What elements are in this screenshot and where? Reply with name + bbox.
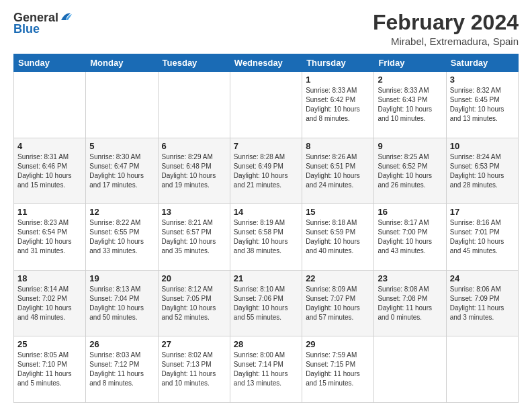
day-info: Sunrise: 8:18 AM Sunset: 6:59 PM Dayligh… [306,218,370,256]
day-cell-w4-d4: 21Sunrise: 8:10 AM Sunset: 7:06 PM Dayli… [230,270,302,336]
day-info: Sunrise: 7:59 AM Sunset: 7:15 PM Dayligh… [306,351,370,388]
calendar-body: 1Sunrise: 8:33 AM Sunset: 6:42 PM Daylig… [14,72,519,403]
week-row-2: 4Sunrise: 8:31 AM Sunset: 6:46 PM Daylig… [14,138,519,204]
day-number: 20 [162,273,226,283]
day-number: 25 [17,339,82,349]
week-row-3: 11Sunrise: 8:23 AM Sunset: 6:54 PM Dayli… [14,204,519,271]
day-cell-w1-d6: 2Sunrise: 8:33 AM Sunset: 6:43 PM Daylig… [374,72,446,138]
logo-blue-text: Blue [13,23,40,36]
day-number: 9 [378,141,442,151]
col-monday: Monday [86,54,158,72]
day-cell-w2-d1: 4Sunrise: 8:31 AM Sunset: 6:46 PM Daylig… [14,138,86,204]
day-cell-w5-d4: 28Sunrise: 8:00 AM Sunset: 7:14 PM Dayli… [230,336,302,403]
day-info: Sunrise: 8:03 AM Sunset: 7:12 PM Dayligh… [89,351,154,388]
day-number: 2 [378,75,442,85]
day-number: 1 [306,75,370,85]
day-info: Sunrise: 8:19 AM Sunset: 6:58 PM Dayligh… [234,218,298,256]
day-cell-w2-d3: 6Sunrise: 8:29 AM Sunset: 6:48 PM Daylig… [158,138,230,204]
day-info: Sunrise: 8:10 AM Sunset: 7:06 PM Dayligh… [234,285,298,322]
day-cell-w1-d7: 3Sunrise: 8:32 AM Sunset: 6:45 PM Daylig… [446,72,518,138]
month-year-title: February 2024 [373,11,519,34]
day-number: 22 [306,273,370,283]
day-number: 21 [234,273,298,283]
header-right: February 2024 Mirabel, Extremadura, Spai… [373,11,519,47]
header: General Blue February 2024 Mirabel, Extr… [13,11,519,47]
day-cell-w5-d6 [374,336,446,403]
day-number: 4 [17,141,82,151]
day-cell-w4-d3: 20Sunrise: 8:12 AM Sunset: 7:05 PM Dayli… [158,270,230,336]
day-cell-w3-d4: 14Sunrise: 8:19 AM Sunset: 6:58 PM Dayli… [230,204,302,271]
day-info: Sunrise: 8:12 AM Sunset: 7:05 PM Dayligh… [162,285,226,322]
location-subtitle: Mirabel, Extremadura, Spain [373,36,519,47]
day-info: Sunrise: 8:21 AM Sunset: 6:57 PM Dayligh… [162,218,226,256]
day-info: Sunrise: 8:08 AM Sunset: 7:08 PM Dayligh… [378,285,442,322]
day-cell-w4-d7: 24Sunrise: 8:06 AM Sunset: 7:09 PM Dayli… [446,270,518,336]
day-cell-w3-d3: 13Sunrise: 8:21 AM Sunset: 6:57 PM Dayli… [158,204,230,271]
day-cell-w2-d5: 8Sunrise: 8:26 AM Sunset: 6:51 PM Daylig… [302,138,374,204]
day-number: 16 [378,207,442,217]
day-info: Sunrise: 8:32 AM Sunset: 6:45 PM Dayligh… [450,86,515,124]
day-number: 17 [450,207,515,217]
day-info: Sunrise: 8:29 AM Sunset: 6:48 PM Dayligh… [162,152,226,190]
week-row-4: 18Sunrise: 8:14 AM Sunset: 7:02 PM Dayli… [14,270,519,336]
day-info: Sunrise: 8:17 AM Sunset: 7:00 PM Dayligh… [378,218,442,256]
day-number: 11 [17,207,82,217]
day-info: Sunrise: 8:33 AM Sunset: 6:43 PM Dayligh… [378,86,442,124]
day-cell-w1-d1 [14,72,86,138]
day-info: Sunrise: 8:22 AM Sunset: 6:55 PM Dayligh… [89,218,154,256]
day-info: Sunrise: 8:31 AM Sunset: 6:46 PM Dayligh… [17,152,82,190]
day-number: 18 [17,273,82,283]
day-number: 8 [306,141,370,151]
col-saturday: Saturday [446,54,518,72]
day-cell-w5-d5: 29Sunrise: 7:59 AM Sunset: 7:15 PM Dayli… [302,336,374,403]
day-number: 24 [450,273,515,283]
day-number: 12 [89,207,154,217]
week-row-5: 25Sunrise: 8:05 AM Sunset: 7:10 PM Dayli… [14,336,519,403]
day-cell-w4-d1: 18Sunrise: 8:14 AM Sunset: 7:02 PM Dayli… [14,270,86,336]
week-row-1: 1Sunrise: 8:33 AM Sunset: 6:42 PM Daylig… [14,72,519,138]
page: General Blue February 2024 Mirabel, Extr… [0,0,532,411]
day-number: 28 [234,339,298,349]
col-sunday: Sunday [14,54,86,72]
day-info: Sunrise: 8:06 AM Sunset: 7:09 PM Dayligh… [450,285,515,322]
day-cell-w5-d1: 25Sunrise: 8:05 AM Sunset: 7:10 PM Dayli… [14,336,86,403]
day-cell-w4-d2: 19Sunrise: 8:13 AM Sunset: 7:04 PM Dayli… [86,270,158,336]
day-number: 14 [234,207,298,217]
day-cell-w5-d3: 27Sunrise: 8:02 AM Sunset: 7:13 PM Dayli… [158,336,230,403]
day-info: Sunrise: 8:14 AM Sunset: 7:02 PM Dayligh… [17,285,82,322]
day-cell-w1-d4 [230,72,302,138]
day-cell-w5-d7 [446,336,518,403]
day-cell-w3-d6: 16Sunrise: 8:17 AM Sunset: 7:00 PM Dayli… [374,204,446,271]
day-number: 29 [306,339,370,349]
day-info: Sunrise: 8:26 AM Sunset: 6:51 PM Dayligh… [306,152,370,190]
day-cell-w3-d1: 11Sunrise: 8:23 AM Sunset: 6:54 PM Dayli… [14,204,86,271]
day-cell-w2-d2: 5Sunrise: 8:30 AM Sunset: 6:47 PM Daylig… [86,138,158,204]
calendar-table: Sunday Monday Tuesday Wednesday Thursday… [13,54,519,403]
day-info: Sunrise: 8:02 AM Sunset: 7:13 PM Dayligh… [162,351,226,388]
day-info: Sunrise: 8:33 AM Sunset: 6:42 PM Dayligh… [306,86,370,124]
day-info: Sunrise: 8:24 AM Sunset: 6:53 PM Dayligh… [450,152,515,190]
day-number: 7 [234,141,298,151]
day-cell-w5-d2: 26Sunrise: 8:03 AM Sunset: 7:12 PM Dayli… [86,336,158,403]
day-number: 5 [89,141,154,151]
day-info: Sunrise: 8:16 AM Sunset: 7:01 PM Dayligh… [450,218,515,256]
day-cell-w3-d7: 17Sunrise: 8:16 AM Sunset: 7:01 PM Dayli… [446,204,518,271]
day-cell-w3-d5: 15Sunrise: 8:18 AM Sunset: 6:59 PM Dayli… [302,204,374,271]
weekday-header-row: Sunday Monday Tuesday Wednesday Thursday… [14,54,519,72]
day-cell-w4-d6: 23Sunrise: 8:08 AM Sunset: 7:08 PM Dayli… [374,270,446,336]
day-cell-w1-d5: 1Sunrise: 8:33 AM Sunset: 6:42 PM Daylig… [302,72,374,138]
day-number: 6 [162,141,226,151]
day-number: 27 [162,339,226,349]
day-cell-w2-d6: 9Sunrise: 8:25 AM Sunset: 6:52 PM Daylig… [374,138,446,204]
day-number: 26 [89,339,154,349]
day-number: 19 [89,273,154,283]
day-cell-w1-d3 [158,72,230,138]
col-tuesday: Tuesday [158,54,230,72]
day-info: Sunrise: 8:05 AM Sunset: 7:10 PM Dayligh… [17,351,82,388]
day-info: Sunrise: 8:13 AM Sunset: 7:04 PM Dayligh… [89,285,154,322]
day-info: Sunrise: 8:00 AM Sunset: 7:14 PM Dayligh… [234,351,298,388]
day-cell-w1-d2 [86,72,158,138]
col-thursday: Thursday [302,54,374,72]
logo-bird-icon [60,11,72,26]
day-info: Sunrise: 8:23 AM Sunset: 6:54 PM Dayligh… [17,218,82,256]
